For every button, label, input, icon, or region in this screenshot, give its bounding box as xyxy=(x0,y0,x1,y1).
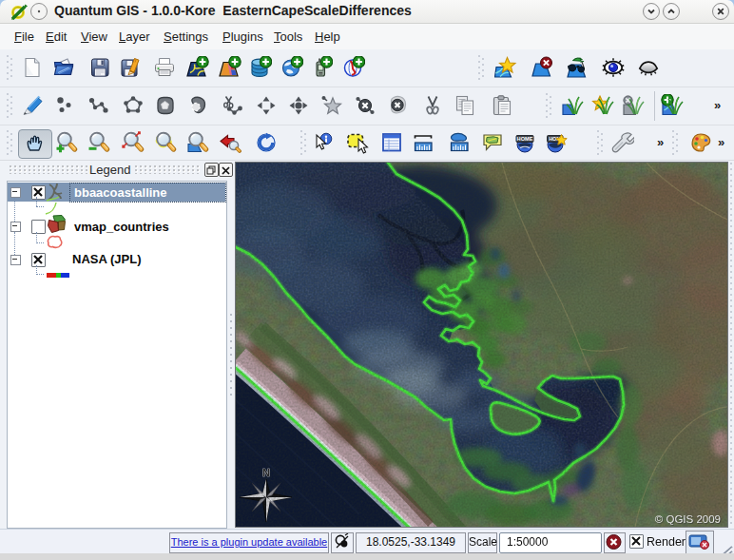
svg-text:HOME: HOME xyxy=(517,136,533,142)
